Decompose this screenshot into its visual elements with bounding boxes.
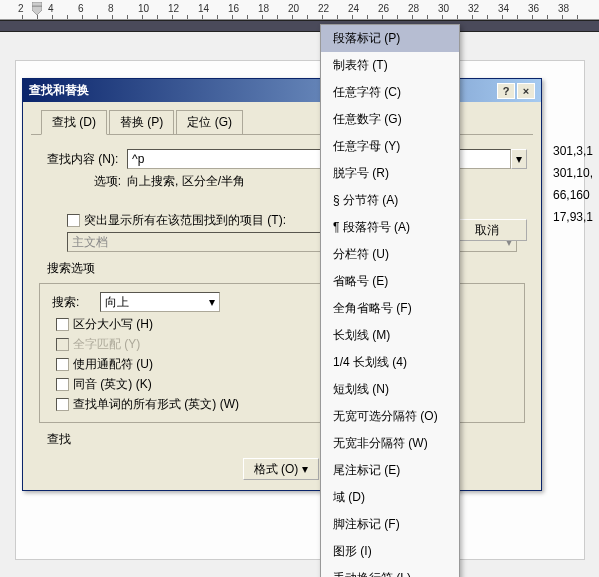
- ruler-tick: 24: [348, 3, 359, 14]
- special-char-menu: 段落标记 (P) 制表符 (T) 任意字符 (C) 任意数字 (G) 任意字母 …: [320, 24, 460, 577]
- menu-item-tab-char[interactable]: 制表符 (T): [321, 52, 459, 79]
- ruler-tick: 34: [498, 3, 509, 14]
- tab-find[interactable]: 查找 (D): [41, 110, 107, 135]
- search-direction-select[interactable]: 向上▾: [100, 292, 220, 312]
- ruler-tick: 12: [168, 3, 179, 14]
- format-button[interactable]: 格式 (O) ▾: [243, 458, 319, 480]
- ruler-tick: 16: [228, 3, 239, 14]
- highlight-all-checkbox[interactable]: [67, 214, 80, 227]
- ruler-tick: 26: [378, 3, 389, 14]
- tab-replace[interactable]: 替换 (P): [109, 110, 174, 134]
- menu-item-any-letter[interactable]: 任意字母 (Y): [321, 133, 459, 160]
- menu-item-full-ellipsis[interactable]: 全角省略号 (F): [321, 295, 459, 322]
- svg-marker-0: [32, 6, 42, 15]
- menu-item-ellipsis[interactable]: 省略号 (E): [321, 268, 459, 295]
- all-word-forms-label: 查找单词的所有形式 (英文) (W): [73, 396, 239, 413]
- background-text: 301,3,1 301,10, 66,160 17,93,1: [553, 140, 593, 228]
- find-history-dropdown[interactable]: ▾: [511, 149, 527, 169]
- menu-item-caret[interactable]: 脱字号 (R): [321, 160, 459, 187]
- dialog-titlebar[interactable]: 查找和替换 ? ×: [23, 79, 541, 102]
- tab-goto[interactable]: 定位 (G): [176, 110, 243, 134]
- menu-item-paragraph-mark[interactable]: 段落标记 (P): [321, 25, 459, 52]
- wildcards-label: 使用通配符 (U): [73, 356, 153, 373]
- menu-item-no-width-non-break[interactable]: 无宽非分隔符 (W): [321, 430, 459, 457]
- ruler-indent-marker[interactable]: [32, 2, 42, 16]
- ruler-tick: 6: [78, 3, 84, 14]
- menu-item-column-break[interactable]: 分栏符 (U): [321, 241, 459, 268]
- match-case-label: 区分大小写 (H): [73, 316, 153, 333]
- ruler-tick: 36: [528, 3, 539, 14]
- ruler-separator: [0, 20, 599, 32]
- ruler-tick: 20: [288, 3, 299, 14]
- wildcards-checkbox[interactable]: [56, 358, 69, 371]
- whole-word-checkbox: [56, 338, 69, 351]
- menu-item-quarter-em-dash[interactable]: 1/4 长划线 (4): [321, 349, 459, 376]
- menu-item-em-dash[interactable]: 长划线 (M): [321, 322, 459, 349]
- sounds-like-label: 同音 (英文) (K): [73, 376, 152, 393]
- ruler-tick: 10: [138, 3, 149, 14]
- menu-item-endnote-mark[interactable]: 尾注标记 (E): [321, 457, 459, 484]
- ruler-tick: 2: [18, 3, 24, 14]
- menu-item-en-dash[interactable]: 短划线 (N): [321, 376, 459, 403]
- ruler-tick: 8: [108, 3, 114, 14]
- help-button[interactable]: ?: [497, 83, 515, 99]
- match-case-checkbox[interactable]: [56, 318, 69, 331]
- menu-item-section-char[interactable]: § 分节符 (A): [321, 187, 459, 214]
- dialog-title: 查找和替换: [29, 82, 89, 99]
- ruler-tick: 4: [48, 3, 54, 14]
- whole-word-label: 全字匹配 (Y): [73, 336, 140, 353]
- search-dir-label: 搜索:: [52, 294, 100, 311]
- ruler-tick: 32: [468, 3, 479, 14]
- ruler: 2468101214161820222426283032343638: [0, 0, 599, 20]
- find-what-label: 查找内容 (N):: [37, 151, 127, 168]
- find-replace-dialog: 查找和替换 ? × 查找 (D) 替换 (P) 定位 (G) 查找内容 (N):…: [22, 78, 542, 491]
- menu-item-graphic[interactable]: 图形 (I): [321, 538, 459, 565]
- menu-item-field[interactable]: 域 (D): [321, 484, 459, 511]
- ruler-tick: 14: [198, 3, 209, 14]
- menu-item-any-digit[interactable]: 任意数字 (G): [321, 106, 459, 133]
- menu-item-footnote-mark[interactable]: 脚注标记 (F): [321, 511, 459, 538]
- all-word-forms-checkbox[interactable]: [56, 398, 69, 411]
- ruler-tick: 30: [438, 3, 449, 14]
- highlight-all-label: 突出显示所有在该范围找到的项目 (T):: [84, 212, 286, 229]
- svg-rect-1: [32, 2, 42, 6]
- close-button[interactable]: ×: [517, 83, 535, 99]
- ruler-tick: 38: [558, 3, 569, 14]
- menu-item-paragraph-char[interactable]: ¶ 段落符号 (A): [321, 214, 459, 241]
- ruler-tick: 22: [318, 3, 329, 14]
- menu-item-manual-line-break[interactable]: 手动换行符 (L): [321, 565, 459, 577]
- menu-item-no-width-optional[interactable]: 无宽可选分隔符 (O): [321, 403, 459, 430]
- options-value: 向上搜索, 区分全/半角: [127, 173, 245, 190]
- options-label: 选项:: [37, 173, 127, 190]
- menu-item-any-char[interactable]: 任意字符 (C): [321, 79, 459, 106]
- ruler-tick: 28: [408, 3, 419, 14]
- sounds-like-checkbox[interactable]: [56, 378, 69, 391]
- ruler-tick: 18: [258, 3, 269, 14]
